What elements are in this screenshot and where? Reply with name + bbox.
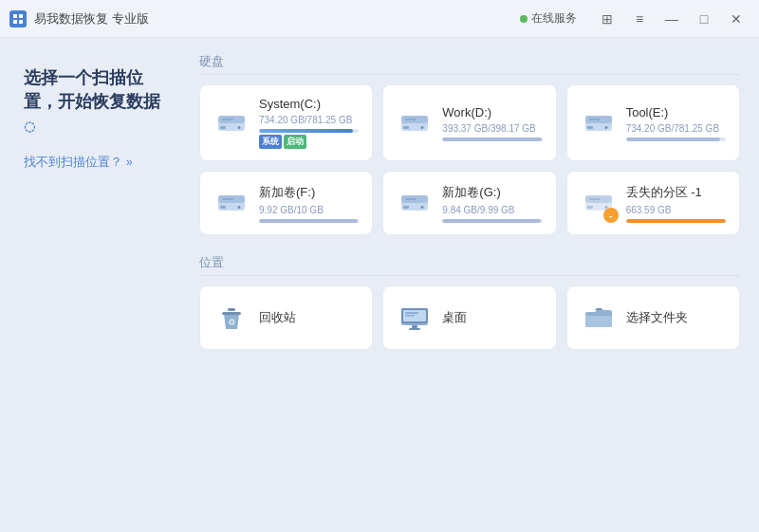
location-card-recycle[interactable]: ♻ 回收站 — [199, 285, 373, 350]
drive-name-lost: 丢失的分区 -1 — [626, 184, 726, 201]
progress-fill-c — [259, 129, 353, 133]
drive-name-f: 新加卷(F:) — [259, 184, 359, 201]
right-panel: 硬盘 System(C:) 734.20 GB/781.25 GB — [190, 38, 759, 532]
left-panel: 选择一个扫描位置，开始恢复数据 ◌ 找不到扫描位置？ » — [0, 38, 190, 532]
progress-fill-g — [442, 219, 540, 223]
find-location-text: 找不到扫描位置？ — [24, 154, 122, 171]
location-card-folder[interactable]: 选择文件夹 — [566, 285, 740, 350]
svg-point-12 — [421, 126, 424, 129]
tag-boot: 启动 — [284, 135, 306, 149]
online-service[interactable]: 在线服务 — [520, 10, 577, 27]
svg-rect-35 — [228, 308, 235, 311]
drive-name-e: Tool(E:) — [626, 105, 726, 119]
drive-tags-c: 系统 启动 — [259, 135, 359, 149]
recycle-icon: ♻ — [213, 300, 250, 336]
drive-space-e: 734.20 GB/781.25 GB — [626, 123, 726, 134]
location-name-recycle: 回收站 — [259, 309, 296, 326]
svg-rect-18 — [589, 119, 601, 120]
folder-icon — [581, 300, 617, 336]
menu-button[interactable]: ≡ — [626, 6, 653, 32]
location-name-desktop: 桌面 — [442, 309, 467, 326]
svg-rect-11 — [403, 126, 409, 129]
progress-bar-f — [259, 219, 359, 223]
desktop-icon — [397, 300, 433, 336]
drive-space-d: 393.37 GB/398.17 GB — [442, 123, 542, 134]
svg-point-17 — [604, 126, 607, 129]
drive-grid: System(C:) 734.20 GB/781.25 GB 系统 启动 — [199, 84, 740, 235]
svg-rect-33 — [589, 198, 601, 200]
drive-info-c: System(C:) 734.20 GB/781.25 GB 系统 启动 — [259, 97, 359, 149]
drive-card-g[interactable]: 新加卷(G:) 9.84 GB/9.99 GB — [382, 171, 556, 235]
progress-bar-c — [259, 129, 359, 133]
svg-rect-2 — [13, 20, 17, 24]
drive-card-f[interactable]: 新加卷(F:) 9.92 GB/10 GB — [199, 171, 373, 235]
svg-rect-31 — [587, 206, 593, 209]
app-logo — [9, 10, 27, 28]
progress-bar-g — [442, 219, 542, 223]
drive-icon-e — [581, 105, 617, 141]
app-title: 易我数据恢复 专业版 — [34, 10, 520, 28]
titlebar: 易我数据恢复 专业版 在线服务 ⊞ ≡ — □ ✕ — [0, 0, 759, 38]
drive-info-f: 新加卷(F:) 9.92 GB/10 GB — [259, 184, 359, 223]
drive-card-d[interactable]: Work(D:) 393.37 GB/398.17 GB — [382, 84, 556, 161]
drive-icon-f — [213, 185, 250, 221]
disk-section-label: 硬盘 — [199, 53, 740, 75]
titlebar-controls: 在线服务 ⊞ ≡ — □ ✕ — [520, 6, 750, 32]
svg-point-27 — [421, 206, 424, 209]
drive-name-g: 新加卷(G:) — [442, 184, 542, 201]
svg-rect-6 — [220, 126, 226, 129]
location-name-folder: 选择文件夹 — [626, 309, 688, 326]
svg-rect-1 — [19, 14, 23, 18]
svg-rect-0 — [13, 14, 17, 18]
svg-rect-34 — [222, 312, 241, 315]
find-location-link[interactable]: 找不到扫描位置？ » — [24, 154, 171, 171]
drive-icon-c — [213, 105, 250, 141]
progress-bar-d — [442, 138, 542, 141]
heading-text: 选择一个扫描位置，开始恢复数据 ◌ — [24, 68, 160, 135]
location-grid: ♻ 回收站 — [199, 285, 740, 350]
lost-badge: - — [603, 208, 619, 223]
drive-space-f: 9.92 GB/10 GB — [259, 205, 359, 215]
close-button[interactable]: ✕ — [723, 6, 750, 32]
drive-card-e[interactable]: Tool(E:) 734.20 GB/781.25 GB — [566, 84, 740, 161]
progress-bar-e — [626, 138, 726, 141]
drive-icon-wrap-lost: - — [581, 185, 617, 221]
drive-name-c: System(C:) — [259, 97, 359, 111]
svg-rect-13 — [405, 119, 417, 120]
progress-fill-e — [626, 138, 720, 141]
svg-rect-21 — [220, 206, 226, 209]
svg-rect-28 — [405, 198, 417, 200]
drive-space-g: 9.84 GB/9.99 GB — [442, 205, 542, 215]
svg-rect-8 — [222, 119, 233, 120]
progress-fill-d — [442, 138, 541, 141]
drive-card-lost[interactable]: - 丢失的分区 -1 663.59 GB — [566, 171, 740, 235]
grid-button[interactable]: ⊞ — [594, 6, 620, 32]
drive-info-d: Work(D:) 393.37 GB/398.17 GB — [442, 105, 542, 141]
svg-rect-42 — [412, 325, 417, 328]
main-heading: 选择一个扫描位置，开始恢复数据 ◌ — [24, 66, 171, 138]
minimize-button[interactable]: — — [658, 6, 685, 32]
svg-point-22 — [238, 206, 241, 209]
svg-rect-40 — [405, 312, 418, 314]
drive-name-d: Work(D:) — [442, 105, 542, 119]
tag-system: 系统 — [259, 135, 282, 149]
drive-icon-d — [397, 105, 433, 141]
scan-icon: ◌ — [24, 118, 35, 137]
location-section-label: 位置 — [199, 254, 740, 276]
svg-rect-23 — [222, 198, 233, 200]
svg-rect-41 — [405, 315, 415, 317]
drive-card-c[interactable]: System(C:) 734.20 GB/781.25 GB 系统 启动 — [199, 84, 373, 161]
drive-space-lost: 663.59 GB — [626, 205, 726, 215]
drive-info-g: 新加卷(G:) 9.84 GB/9.99 GB — [442, 184, 542, 223]
progress-fill-lost — [626, 219, 726, 223]
drive-space-c: 734.20 GB/781.25 GB — [259, 115, 359, 125]
location-card-desktop[interactable]: 桌面 — [382, 285, 556, 350]
svg-rect-3 — [19, 20, 23, 24]
maximize-button[interactable]: □ — [691, 6, 717, 32]
online-dot — [520, 15, 528, 23]
drive-info-lost: 丢失的分区 -1 663.59 GB — [626, 184, 726, 223]
svg-rect-16 — [587, 126, 593, 129]
svg-rect-43 — [409, 328, 420, 330]
progress-bar-lost — [626, 219, 726, 223]
svg-text:♻: ♻ — [228, 318, 235, 327]
